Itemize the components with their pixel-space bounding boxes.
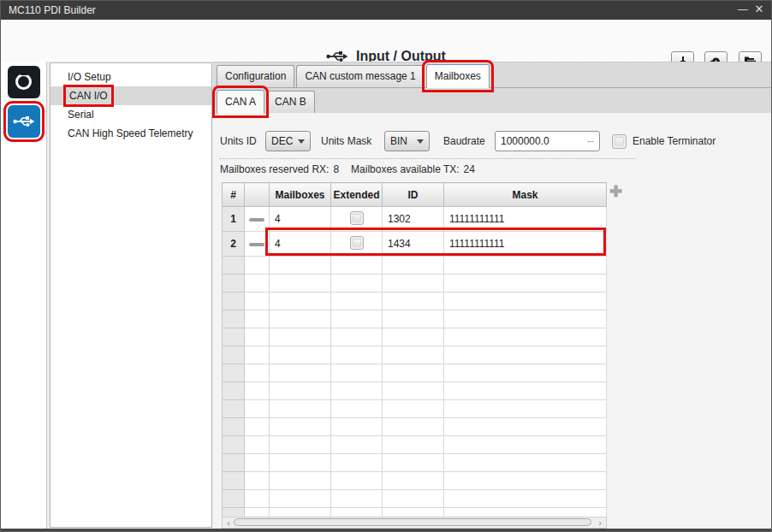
scrollbar-thumb[interactable] bbox=[234, 518, 591, 526]
tab-configuration[interactable]: Configuration bbox=[217, 65, 294, 87]
horizontal-scrollbar[interactable]: ‹ › bbox=[222, 517, 607, 529]
chevron-down-icon bbox=[298, 139, 305, 144]
sidebar-item-input-output[interactable] bbox=[8, 105, 40, 138]
units-id-label: Units ID bbox=[220, 131, 257, 151]
col-header-mailboxes[interactable]: Mailboxes bbox=[270, 183, 331, 207]
checkbox-inner bbox=[353, 239, 361, 247]
header-bar: Input / Output bbox=[1, 20, 771, 62]
extended-checkbox[interactable] bbox=[350, 211, 364, 225]
drag-handle-icon bbox=[249, 243, 264, 246]
available-tx-value: 24 bbox=[464, 163, 475, 175]
col-header-num[interactable]: # bbox=[223, 183, 245, 207]
window-title: MC110 PDI Builder bbox=[9, 1, 96, 20]
col-header-handle[interactable] bbox=[245, 183, 270, 207]
tab-mailboxes[interactable]: Mailboxes bbox=[426, 64, 490, 88]
drag-handle-icon bbox=[249, 218, 264, 222]
tab-can-b[interactable]: CAN B bbox=[266, 91, 315, 113]
id-cell[interactable]: 1302 bbox=[383, 207, 444, 232]
title-bar: MC110 PDI Builder — ✕ bbox=[1, 1, 771, 20]
tab-can-custom-message-1[interactable]: CAN custom message 1 bbox=[296, 65, 424, 87]
nav-panel: I/O Setup CAN I/O Serial CAN High Speed … bbox=[50, 62, 212, 528]
close-button[interactable]: ✕ bbox=[751, 1, 767, 20]
checkbox-inner bbox=[615, 137, 624, 146]
mailbox-table: # Mailboxes Extended ID Mask 1 4 1302 11… bbox=[222, 182, 607, 517]
table-row-2: 2 4 1434 11111111111 bbox=[223, 232, 607, 257]
units-mask-select[interactable]: BIN bbox=[384, 131, 430, 151]
mailboxes-cell[interactable]: 4 bbox=[270, 207, 331, 232]
nav-item-serial[interactable]: Serial bbox=[50, 105, 211, 124]
enable-terminator-label: Enable Terminator bbox=[632, 131, 716, 151]
add-mailbox-button[interactable]: ✚ bbox=[609, 183, 622, 200]
row-drag-handle[interactable] bbox=[245, 207, 270, 232]
table-empty-row bbox=[223, 364, 607, 382]
tab-strip: Configuration CAN custom message 1 Mailb… bbox=[213, 62, 771, 88]
col-header-id[interactable]: ID bbox=[383, 183, 444, 207]
extended-cell bbox=[331, 232, 383, 257]
baudrate-label: Baudrate bbox=[443, 131, 485, 151]
window-bottom-frame bbox=[1, 529, 771, 531]
table-row-1: 1 4 1302 11111111111 bbox=[223, 207, 607, 232]
mask-cell[interactable]: 11111111111 bbox=[444, 232, 607, 257]
mask-cell[interactable]: 11111111111 bbox=[444, 207, 607, 232]
table-empty-row bbox=[223, 275, 607, 293]
table-empty-row bbox=[223, 508, 607, 517]
enable-terminator-checkbox[interactable] bbox=[612, 134, 627, 149]
nav-item-label: Serial bbox=[68, 109, 94, 121]
extended-checkbox[interactable] bbox=[350, 236, 364, 250]
nav-item-can-high-speed-telemetry[interactable]: CAN High Speed Telemetry bbox=[50, 124, 211, 143]
table-empty-row bbox=[223, 400, 607, 418]
mailboxes-info: Mailboxes reserved RX:8Mailboxes availab… bbox=[220, 163, 475, 175]
table-empty-row bbox=[223, 418, 607, 436]
extended-cell bbox=[331, 207, 383, 232]
app-window: MC110 PDI Builder — ✕ Input / Output bbox=[0, 0, 772, 532]
tab-can-a[interactable]: CAN A bbox=[217, 90, 264, 114]
units-mask-label: Units Mask bbox=[321, 131, 371, 151]
nav-list: I/O Setup CAN I/O Serial CAN High Speed … bbox=[50, 68, 211, 143]
scroll-right-arrow[interactable]: › bbox=[595, 517, 605, 528]
scroll-left-arrow[interactable]: ‹ bbox=[223, 517, 234, 528]
table-empty-row bbox=[223, 490, 607, 508]
nav-item-io-setup[interactable]: I/O Setup bbox=[50, 68, 211, 86]
baudrate-suffix: -- bbox=[587, 135, 594, 147]
nav-item-label: CAN I/O bbox=[68, 89, 110, 103]
usb-icon bbox=[13, 111, 35, 132]
baudrate-value: 1000000.0 bbox=[501, 135, 549, 147]
available-tx-label: Mailboxes available TX: bbox=[351, 163, 460, 175]
units-id-value: DEC bbox=[271, 135, 293, 147]
row-drag-handle[interactable] bbox=[245, 232, 270, 257]
col-header-mask[interactable]: Mask bbox=[444, 183, 607, 207]
reserved-rx-label: Mailboxes reserved RX: bbox=[220, 163, 329, 175]
table-empty-row bbox=[223, 382, 607, 400]
table-empty-row bbox=[223, 293, 607, 310]
checkbox-inner bbox=[353, 214, 361, 222]
row-number: 2 bbox=[223, 232, 245, 257]
nav-item-label: CAN High Speed Telemetry bbox=[68, 127, 193, 139]
baudrate-input[interactable]: 1000000.0 -- bbox=[495, 131, 600, 151]
table-empty-row bbox=[223, 472, 607, 490]
table-empty-row bbox=[223, 346, 607, 364]
table-empty-row bbox=[223, 436, 607, 454]
nav-item-can-io[interactable]: CAN I/O bbox=[50, 86, 211, 105]
units-mask-value: BIN bbox=[390, 135, 407, 147]
table-header-row: # Mailboxes Extended ID Mask bbox=[223, 183, 607, 207]
id-cell[interactable]: 1434 bbox=[383, 232, 444, 257]
units-id-select[interactable]: DEC bbox=[265, 131, 311, 151]
table-empty-row bbox=[223, 310, 607, 328]
plus-icon: ✚ bbox=[609, 183, 622, 200]
nav-item-label: I/O Setup bbox=[68, 71, 111, 83]
col-header-extended[interactable]: Extended bbox=[331, 183, 383, 207]
minimize-button[interactable]: — bbox=[735, 1, 751, 20]
reserved-rx-value: 8 bbox=[333, 163, 339, 175]
mailboxes-cell[interactable]: 4 bbox=[270, 232, 331, 257]
chevron-down-icon bbox=[417, 139, 424, 144]
separator bbox=[219, 158, 635, 159]
subtab-strip: CAN A CAN B bbox=[213, 88, 771, 113]
table-empty-row bbox=[223, 454, 607, 472]
row-number: 1 bbox=[223, 207, 245, 232]
sidebar-item-power[interactable] bbox=[8, 66, 40, 98]
table-empty-row bbox=[223, 328, 607, 346]
table-empty-row bbox=[223, 257, 607, 275]
